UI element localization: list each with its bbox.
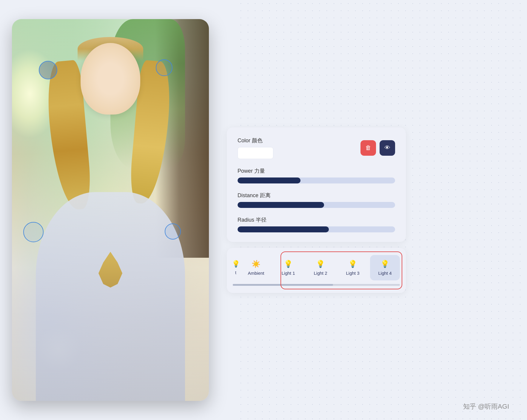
face-area	[69, 43, 152, 156]
light-marker-4[interactable]	[165, 223, 181, 240]
tabs-row: 💡 t ☀️ Ambient 💡 Light 1 💡 Lig	[233, 255, 400, 280]
clothing-detail	[98, 252, 122, 288]
right-panel: Color 颜色 🗑 👁 Power 力量	[227, 127, 406, 293]
scroll-thumb	[233, 284, 333, 286]
delete-icon: 🗑	[365, 144, 371, 151]
color-label: Color 颜色	[238, 137, 273, 144]
light2-label: Light 2	[314, 271, 327, 276]
tab-light1[interactable]: 💡 Light 1	[273, 255, 303, 280]
distance-row: Distance 距离	[238, 192, 395, 208]
tab-light2[interactable]: 💡 Light 2	[306, 255, 335, 280]
light4-icon: 💡	[380, 260, 389, 268]
delete-button[interactable]: 🗑	[360, 140, 376, 156]
eye-button[interactable]: 👁	[380, 140, 395, 156]
ambient-icon: ☀️	[252, 260, 261, 268]
radius-slider[interactable]	[238, 226, 395, 232]
body-area	[36, 192, 185, 401]
distance-slider-fill	[238, 202, 324, 208]
partial-tab-label: t	[235, 270, 236, 275]
face-shape	[81, 43, 140, 115]
color-swatch[interactable]	[238, 147, 273, 159]
color-row: Color 颜色 🗑 👁	[238, 137, 395, 159]
page-wrapper: Color 颜色 🗑 👁 Power 力量	[0, 0, 527, 420]
watermark: 知乎 @听雨AGI	[463, 402, 509, 411]
light3-label: Light 3	[346, 271, 359, 276]
scroll-bar[interactable]	[233, 284, 400, 286]
tabs-card: 💡 t ☀️ Ambient 💡 Light 1 💡 Lig	[227, 248, 406, 293]
light1-icon: 💡	[284, 260, 293, 268]
radius-label: Radius 半径	[238, 216, 395, 223]
ambient-label: Ambient	[248, 271, 264, 276]
radius-slider-fill	[238, 226, 329, 232]
light1-label: Light 1	[281, 271, 295, 276]
tab-light3[interactable]: 💡 Light 3	[338, 255, 368, 280]
light-marker-1[interactable]	[39, 61, 57, 79]
power-slider[interactable]	[238, 177, 395, 183]
partial-tab-icon: 💡	[233, 260, 239, 268]
distance-label: Distance 距离	[238, 192, 395, 199]
power-slider-fill	[238, 177, 301, 183]
tab-ambient[interactable]: ☀️ Ambient	[241, 255, 271, 280]
image-container	[12, 19, 209, 401]
light3-icon: 💡	[348, 260, 357, 268]
distance-slider[interactable]	[238, 202, 395, 208]
light4-label: Light 4	[378, 271, 392, 276]
light-marker-3[interactable]	[23, 222, 44, 242]
tab-light4[interactable]: 💡 Light 4	[370, 255, 400, 280]
light-marker-2[interactable]	[156, 59, 172, 76]
power-row: Power 力量	[238, 167, 395, 183]
power-label: Power 力量	[238, 167, 395, 175]
radius-row: Radius 半径	[238, 216, 395, 232]
control-card: Color 颜色 🗑 👁 Power 力量	[227, 127, 406, 242]
light2-icon: 💡	[316, 260, 325, 268]
eye-icon: 👁	[384, 144, 390, 151]
